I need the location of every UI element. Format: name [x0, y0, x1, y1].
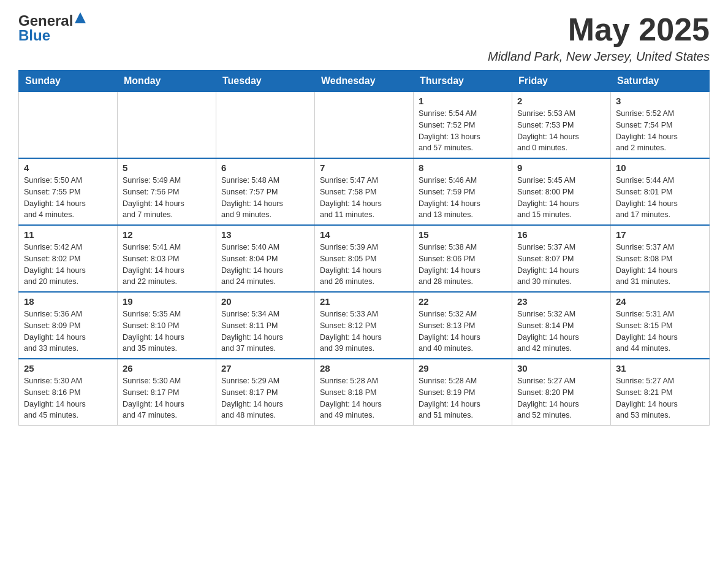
day-info: Sunrise: 5:35 AM Sunset: 8:10 PM Dayligh… [123, 308, 211, 354]
calendar-day-cell: 31Sunrise: 5:27 AM Sunset: 8:21 PM Dayli… [611, 359, 710, 426]
month-title: May 2025 [488, 12, 710, 47]
day-info: Sunrise: 5:39 AM Sunset: 8:05 PM Dayligh… [320, 242, 408, 288]
calendar-day-cell: 8Sunrise: 5:46 AM Sunset: 7:59 PM Daylig… [414, 158, 512, 225]
day-info: Sunrise: 5:30 AM Sunset: 8:16 PM Dayligh… [24, 375, 112, 421]
calendar-week-row: 4Sunrise: 5:50 AM Sunset: 7:55 PM Daylig… [19, 158, 710, 225]
day-info: Sunrise: 5:49 AM Sunset: 7:56 PM Dayligh… [123, 175, 211, 221]
calendar-day-cell: 29Sunrise: 5:28 AM Sunset: 8:19 PM Dayli… [414, 359, 512, 426]
col-header-wednesday: Wednesday [315, 71, 414, 92]
col-header-saturday: Saturday [611, 71, 710, 92]
day-info: Sunrise: 5:42 AM Sunset: 8:02 PM Dayligh… [24, 242, 112, 288]
calendar-day-cell [118, 92, 216, 159]
calendar-day-cell: 7Sunrise: 5:47 AM Sunset: 7:58 PM Daylig… [315, 158, 414, 225]
day-number: 23 [517, 296, 605, 307]
day-info: Sunrise: 5:48 AM Sunset: 7:57 PM Dayligh… [221, 175, 309, 221]
day-number: 16 [517, 229, 605, 240]
calendar-day-cell: 23Sunrise: 5:32 AM Sunset: 8:14 PM Dayli… [512, 292, 611, 359]
day-info: Sunrise: 5:52 AM Sunset: 7:54 PM Dayligh… [616, 108, 704, 154]
day-info: Sunrise: 5:44 AM Sunset: 8:01 PM Dayligh… [616, 175, 704, 221]
day-number: 2 [517, 96, 605, 106]
day-info: Sunrise: 5:54 AM Sunset: 7:52 PM Dayligh… [419, 108, 507, 154]
day-info: Sunrise: 5:29 AM Sunset: 8:17 PM Dayligh… [221, 375, 309, 421]
day-number: 15 [419, 229, 507, 240]
calendar-day-cell: 17Sunrise: 5:37 AM Sunset: 8:08 PM Dayli… [611, 225, 710, 292]
calendar-day-cell: 6Sunrise: 5:48 AM Sunset: 7:57 PM Daylig… [216, 158, 315, 225]
day-number: 10 [616, 163, 704, 173]
day-info: Sunrise: 5:37 AM Sunset: 8:07 PM Dayligh… [517, 242, 605, 288]
day-info: Sunrise: 5:45 AM Sunset: 8:00 PM Dayligh… [517, 175, 605, 221]
day-info: Sunrise: 5:33 AM Sunset: 8:12 PM Dayligh… [320, 308, 408, 354]
day-info: Sunrise: 5:47 AM Sunset: 7:58 PM Dayligh… [320, 175, 408, 221]
day-number: 7 [320, 163, 408, 173]
col-header-thursday: Thursday [414, 71, 512, 92]
col-header-friday: Friday [512, 71, 611, 92]
calendar-day-cell: 4Sunrise: 5:50 AM Sunset: 7:55 PM Daylig… [19, 158, 118, 225]
logo: GeneralBlue [18, 12, 86, 44]
day-number: 19 [123, 296, 211, 307]
calendar-day-cell: 10Sunrise: 5:44 AM Sunset: 8:01 PM Dayli… [611, 158, 710, 225]
day-info: Sunrise: 5:32 AM Sunset: 8:13 PM Dayligh… [419, 308, 507, 354]
day-number: 21 [320, 296, 408, 307]
calendar-day-cell: 15Sunrise: 5:38 AM Sunset: 8:06 PM Dayli… [414, 225, 512, 292]
calendar-day-cell: 26Sunrise: 5:30 AM Sunset: 8:17 PM Dayli… [118, 359, 216, 426]
col-header-sunday: Sunday [19, 71, 118, 92]
calendar-day-cell: 1Sunrise: 5:54 AM Sunset: 7:52 PM Daylig… [414, 92, 512, 159]
calendar-day-cell: 22Sunrise: 5:32 AM Sunset: 8:13 PM Dayli… [414, 292, 512, 359]
day-number: 29 [419, 363, 507, 373]
calendar-table: SundayMondayTuesdayWednesdayThursdayFrid… [18, 70, 710, 426]
day-info: Sunrise: 5:46 AM Sunset: 7:59 PM Dayligh… [419, 175, 507, 221]
calendar-day-cell: 28Sunrise: 5:28 AM Sunset: 8:18 PM Dayli… [315, 359, 414, 426]
calendar-day-cell: 27Sunrise: 5:29 AM Sunset: 8:17 PM Dayli… [216, 359, 315, 426]
calendar-day-cell: 25Sunrise: 5:30 AM Sunset: 8:16 PM Dayli… [19, 359, 118, 426]
calendar-week-row: 11Sunrise: 5:42 AM Sunset: 8:02 PM Dayli… [19, 225, 710, 292]
day-info: Sunrise: 5:27 AM Sunset: 8:21 PM Dayligh… [616, 375, 704, 421]
day-number: 13 [221, 229, 309, 240]
header: GeneralBlue May 2025 Midland Park, New J… [18, 12, 710, 64]
calendar-day-cell: 12Sunrise: 5:41 AM Sunset: 8:03 PM Dayli… [118, 225, 216, 292]
day-number: 17 [616, 229, 704, 240]
svg-marker-0 [75, 12, 86, 23]
day-number: 30 [517, 363, 605, 373]
day-info: Sunrise: 5:40 AM Sunset: 8:04 PM Dayligh… [221, 242, 309, 288]
calendar-day-cell: 19Sunrise: 5:35 AM Sunset: 8:10 PM Dayli… [118, 292, 216, 359]
day-info: Sunrise: 5:37 AM Sunset: 8:08 PM Dayligh… [616, 242, 704, 288]
day-number: 1 [419, 96, 507, 106]
calendar-day-cell: 21Sunrise: 5:33 AM Sunset: 8:12 PM Dayli… [315, 292, 414, 359]
day-number: 8 [419, 163, 507, 173]
day-info: Sunrise: 5:36 AM Sunset: 8:09 PM Dayligh… [24, 308, 112, 354]
day-info: Sunrise: 5:34 AM Sunset: 8:11 PM Dayligh… [221, 308, 309, 354]
calendar-day-cell: 2Sunrise: 5:53 AM Sunset: 7:53 PM Daylig… [512, 92, 611, 159]
calendar-day-cell: 30Sunrise: 5:27 AM Sunset: 8:20 PM Dayli… [512, 359, 611, 426]
calendar-header-row: SundayMondayTuesdayWednesdayThursdayFrid… [19, 71, 710, 92]
day-number: 28 [320, 363, 408, 373]
day-info: Sunrise: 5:41 AM Sunset: 8:03 PM Dayligh… [123, 242, 211, 288]
day-number: 31 [616, 363, 704, 373]
calendar-week-row: 1Sunrise: 5:54 AM Sunset: 7:52 PM Daylig… [19, 92, 710, 159]
col-header-tuesday: Tuesday [216, 71, 315, 92]
day-info: Sunrise: 5:50 AM Sunset: 7:55 PM Dayligh… [24, 175, 112, 221]
col-header-monday: Monday [118, 71, 216, 92]
day-number: 25 [24, 363, 112, 373]
calendar-day-cell: 20Sunrise: 5:34 AM Sunset: 8:11 PM Dayli… [216, 292, 315, 359]
calendar-week-row: 18Sunrise: 5:36 AM Sunset: 8:09 PM Dayli… [19, 292, 710, 359]
day-info: Sunrise: 5:30 AM Sunset: 8:17 PM Dayligh… [123, 375, 211, 421]
day-number: 6 [221, 163, 309, 173]
calendar-day-cell: 13Sunrise: 5:40 AM Sunset: 8:04 PM Dayli… [216, 225, 315, 292]
day-info: Sunrise: 5:27 AM Sunset: 8:20 PM Dayligh… [517, 375, 605, 421]
day-info: Sunrise: 5:28 AM Sunset: 8:18 PM Dayligh… [320, 375, 408, 421]
calendar-day-cell: 11Sunrise: 5:42 AM Sunset: 8:02 PM Dayli… [19, 225, 118, 292]
day-number: 3 [616, 96, 704, 106]
calendar-day-cell: 9Sunrise: 5:45 AM Sunset: 8:00 PM Daylig… [512, 158, 611, 225]
calendar-day-cell: 14Sunrise: 5:39 AM Sunset: 8:05 PM Dayli… [315, 225, 414, 292]
day-number: 5 [123, 163, 211, 173]
day-info: Sunrise: 5:31 AM Sunset: 8:15 PM Dayligh… [616, 308, 704, 354]
day-number: 4 [24, 163, 112, 173]
day-number: 27 [221, 363, 309, 373]
day-number: 18 [24, 296, 112, 307]
calendar-day-cell [216, 92, 315, 159]
calendar-day-cell [19, 92, 118, 159]
day-info: Sunrise: 5:38 AM Sunset: 8:06 PM Dayligh… [419, 242, 507, 288]
calendar-week-row: 25Sunrise: 5:30 AM Sunset: 8:16 PM Dayli… [19, 359, 710, 426]
day-number: 22 [419, 296, 507, 307]
day-info: Sunrise: 5:53 AM Sunset: 7:53 PM Dayligh… [517, 108, 605, 154]
